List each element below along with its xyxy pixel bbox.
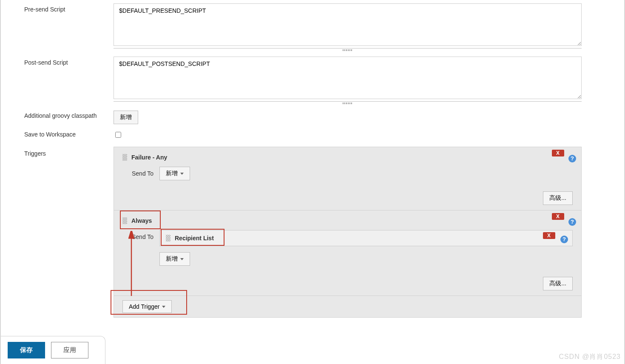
drag-handle-icon[interactable]: [166, 235, 170, 242]
sendto-label: Send To: [132, 167, 159, 177]
config-page: Pre-send Script $DEFAULT_PRESEND_SCRIPT …: [0, 0, 625, 364]
drag-handle-icon[interactable]: [122, 217, 127, 224]
advanced-button[interactable]: 高级...: [543, 277, 573, 290]
trigger-failure-any: X ? Failure - Any Send To 新增: [114, 147, 581, 210]
bottom-action-bar: 保存 应用: [1, 336, 105, 364]
classpath-label: Additional groovy classpath: [1, 107, 114, 119]
save-button[interactable]: 保存: [8, 342, 45, 358]
classpath-row: Additional groovy classpath 新增 ?: [1, 106, 624, 125]
dropdown-label: 新增: [166, 170, 178, 177]
save-workspace-label: Save to Workspace: [1, 126, 114, 138]
save-workspace-row: Save to Workspace ?: [1, 125, 624, 140]
trigger-header: Failure - Any: [122, 151, 573, 163]
classpath-add-button[interactable]: 新增: [114, 111, 138, 124]
triggers-container: X ? Failure - Any Send To 新增: [114, 147, 582, 318]
resize-handle[interactable]: [114, 101, 582, 105]
recipient-add-dropdown[interactable]: 新增: [159, 252, 190, 266]
delete-trigger-button[interactable]: X: [552, 150, 564, 156]
triggers-label: Triggers: [1, 145, 114, 157]
dropdown-label: 新增: [166, 255, 178, 263]
presend-label: Pre-send Script: [1, 1, 114, 13]
recipient-title: Recipient List: [175, 235, 214, 242]
advanced-button[interactable]: 高级...: [543, 191, 573, 205]
trigger-header: Always: [122, 215, 573, 227]
caret-down-icon: [162, 306, 165, 308]
postsend-textarea[interactable]: $DEFAULT_POSTSEND_SCRIPT: [114, 57, 582, 99]
triggers-row: Triggers ? X ? Failure - Any Send To: [1, 144, 624, 318]
add-trigger-button[interactable]: Add Trigger: [122, 300, 172, 313]
help-icon[interactable]: ?: [560, 236, 568, 243]
recipient-list-block: Recipient List X ?: [159, 230, 573, 246]
sendto-label: Send To: [132, 230, 159, 240]
drag-handle-icon[interactable]: [122, 154, 127, 161]
watermark-text: CSDN @肖肖0523: [559, 353, 621, 361]
resize-handle[interactable]: [114, 48, 582, 52]
trigger-title: Failure - Any: [131, 154, 167, 161]
delete-recipient-button[interactable]: X: [543, 232, 555, 239]
caret-down-icon: [180, 258, 184, 260]
save-workspace-checkbox[interactable]: [115, 132, 121, 138]
help-icon[interactable]: ?: [568, 155, 576, 162]
sendto-add-dropdown[interactable]: 新增: [159, 167, 190, 180]
caret-down-icon: [180, 173, 184, 175]
apply-button[interactable]: 应用: [51, 342, 88, 358]
postsend-row: Post-send Script $DEFAULT_POSTSEND_SCRIP…: [1, 53, 624, 106]
add-trigger-row: Add Trigger: [114, 296, 581, 317]
postsend-label: Post-send Script: [1, 54, 114, 66]
dropdown-label: Add Trigger: [129, 303, 159, 310]
trigger-always: X ? Always Send To Reci: [114, 210, 581, 296]
trigger-title: Always: [131, 217, 152, 224]
presend-textarea[interactable]: $DEFAULT_PRESEND_SCRIPT: [114, 3, 582, 46]
presend-row: Pre-send Script $DEFAULT_PRESEND_SCRIPT …: [1, 0, 624, 53]
